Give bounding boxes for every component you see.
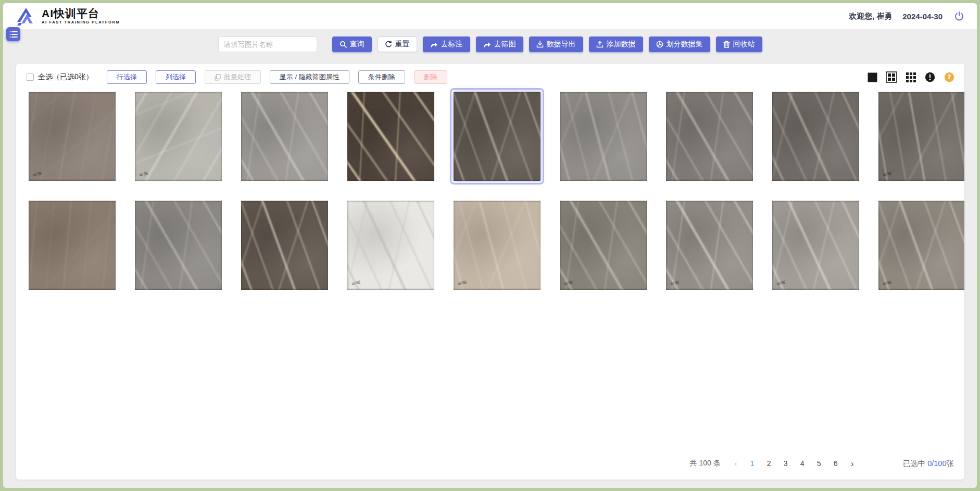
main-toolbar: 查询 重置 去标注	[3, 36, 977, 52]
card-toolbar: 全选（已选0张） 行选择 列选择 批量处理 显示 / 隐	[23, 70, 957, 84]
sidebar-menu-button[interactable]	[6, 27, 20, 41]
image-tile[interactable]: ≈≋	[878, 92, 964, 181]
logout-power-icon[interactable]	[953, 10, 965, 22]
image-tile[interactable]: ≈≋	[29, 92, 116, 181]
handwritten-mark: ≈≋	[669, 278, 680, 288]
selected-summary-suffix: 张	[947, 459, 954, 468]
refresh-icon	[385, 41, 392, 48]
view-mode-icons: ?	[866, 71, 955, 83]
grid-3x3-view-icon[interactable]	[905, 71, 916, 83]
image-tile[interactable]: ≈≋	[454, 201, 541, 290]
batch-process-button[interactable]: 批量处理	[205, 70, 261, 84]
delete-button[interactable]: 删除	[414, 70, 447, 84]
page-number-4[interactable]: 4	[796, 456, 809, 471]
image-tile[interactable]	[29, 201, 116, 290]
app-frame: AI快训平台 AI FAST TRAINING PLATFORM 欢迎您, 崔勇…	[0, 0, 980, 491]
handwritten-mark: ≈≋	[138, 169, 149, 179]
image-tile[interactable]: ≈≋	[347, 201, 434, 290]
handwritten-mark: ≈≋	[775, 278, 786, 288]
handwritten-mark: ≈≋	[32, 169, 43, 179]
conditional-delete-button[interactable]: 条件删除	[358, 70, 405, 84]
current-date: 2024-04-30	[902, 12, 943, 21]
image-tile[interactable]: ≈≋	[878, 201, 964, 290]
select-all[interactable]: 全选（已选0张）	[27, 72, 93, 82]
card-toolbar-buttons: 行选择 列选择 批量处理 显示 / 隐藏筛图属性 条件删除 删除	[107, 70, 447, 84]
search-input[interactable]	[218, 36, 317, 52]
selected-summary-prefix: 已选中	[903, 459, 928, 468]
page-number-6[interactable]: 6	[829, 456, 843, 471]
handwritten-mark: ≈≋	[882, 169, 893, 179]
share-icon	[483, 41, 491, 48]
image-tile[interactable]	[772, 92, 859, 181]
image-tile[interactable]	[666, 92, 753, 181]
pie-icon	[656, 41, 663, 48]
trash-icon	[723, 41, 730, 48]
add-data-label: 添加数据	[607, 40, 636, 49]
single-view-icon[interactable]	[866, 71, 878, 83]
select-all-checkbox[interactable]	[27, 73, 34, 81]
handwritten-mark: ≈≋	[882, 278, 893, 288]
share-icon	[430, 41, 438, 48]
page-number-5[interactable]: 5	[812, 456, 826, 471]
upload-icon	[596, 41, 604, 48]
help-icon[interactable]: ?	[944, 71, 955, 83]
select-all-label: 全选（已选0张）	[38, 72, 93, 82]
prev-page-arrow[interactable]: ‹	[729, 456, 743, 471]
reset-button-label: 重置	[395, 40, 410, 49]
go-annotate-button[interactable]: 去标注	[423, 36, 470, 52]
download-icon	[536, 41, 544, 48]
add-data-button[interactable]: 添加数据	[589, 36, 643, 52]
recycle-bin-button[interactable]: 回收站	[716, 36, 762, 52]
image-tile-selected[interactable]	[454, 92, 541, 181]
go-filter-label: 去筛图	[494, 40, 516, 49]
image-tile[interactable]	[347, 92, 434, 181]
handwritten-mark: ≈≋	[457, 278, 468, 288]
selected-summary-count: 0/100	[927, 459, 946, 468]
query-button[interactable]: 查询	[332, 36, 372, 52]
content-card: 全选（已选0张） 行选择 列选择 批量处理 显示 / 隐	[16, 64, 964, 480]
menu-list-icon	[9, 31, 18, 38]
total-count: 共 100 条	[690, 459, 721, 468]
go-annotate-label: 去标注	[441, 40, 463, 49]
split-dataset-label: 划分数据集	[667, 40, 703, 49]
image-tile[interactable]: ≈≋	[135, 92, 222, 181]
query-button-label: 查询	[350, 40, 365, 49]
page-number-3[interactable]: 3	[779, 456, 793, 471]
split-dataset-button[interactable]: 划分数据集	[649, 36, 710, 52]
batch-process-label: 批量处理	[224, 72, 251, 82]
image-tile[interactable]: ≈≋	[560, 201, 647, 290]
welcome-text: 欢迎您, 崔勇	[849, 11, 892, 21]
logo-icon	[16, 7, 36, 26]
svg-text:?: ?	[947, 73, 951, 81]
image-tile[interactable]: ≈≋	[772, 201, 859, 290]
image-tile[interactable]	[135, 201, 222, 290]
header: AI快训平台 AI FAST TRAINING PLATFORM 欢迎您, 崔勇…	[3, 3, 977, 29]
row-select-button[interactable]: 行选择	[107, 70, 147, 84]
card-footer: 共 100 条 ‹ 1 2 3 4 5 6 › 已选中 0/100张	[23, 453, 957, 473]
page-number-2[interactable]: 2	[762, 456, 776, 471]
logo-subtitle: AI FAST TRAINING PLATFORM	[42, 20, 120, 24]
app-logo: AI快训平台 AI FAST TRAINING PLATFORM	[16, 7, 120, 26]
toggle-filter-attrs-button[interactable]: 显示 / 隐藏筛图属性	[270, 70, 349, 84]
copy-icon	[215, 74, 221, 81]
image-tile[interactable]	[560, 92, 647, 181]
handwritten-mark: ≈≋	[350, 278, 361, 288]
info-alert-icon[interactable]	[924, 71, 936, 83]
search-icon	[340, 41, 347, 48]
selected-summary: 已选中 0/100张	[903, 459, 954, 469]
column-select-button[interactable]: 列选择	[156, 70, 196, 84]
image-tile[interactable]	[241, 201, 328, 290]
pagination: ‹ 1 2 3 4 5 6 ›	[729, 456, 859, 471]
recycle-bin-label: 回收站	[733, 40, 755, 49]
go-filter-button[interactable]: 去筛图	[476, 36, 523, 52]
reset-button[interactable]: 重置	[378, 36, 417, 52]
logo-text: AI快训平台 AI FAST TRAINING PLATFORM	[42, 8, 120, 24]
page-number-1[interactable]: 1	[746, 456, 759, 471]
grid-2x2-view-icon[interactable]	[886, 71, 897, 83]
data-export-button[interactable]: 数据导出	[529, 36, 583, 52]
next-page-arrow[interactable]: ›	[846, 456, 859, 471]
image-tile[interactable]	[241, 92, 328, 181]
image-grid: ≈≋ ≈≋ ≈≋ ≈≋ ≈≋ ≈≋ ≈≋ ≈≋ ≈≋	[23, 91, 957, 290]
image-tile[interactable]: ≈≋	[666, 201, 753, 290]
logo-title: AI快训平台	[42, 8, 120, 19]
